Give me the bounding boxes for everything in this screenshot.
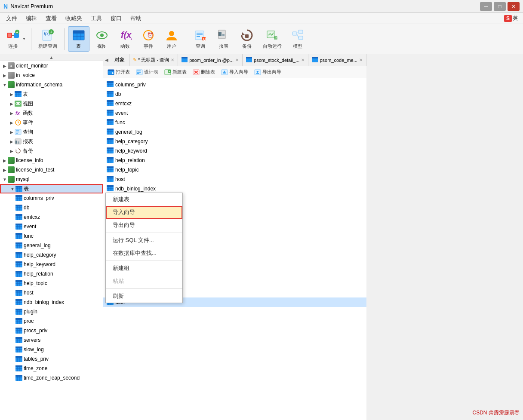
sidebar-item-emtcxz[interactable]: emtcxz [0, 212, 103, 222]
sidebar-item-db[interactable]: db [0, 203, 103, 212]
ctx-export-wizard[interactable]: 导出向导 [106, 219, 182, 232]
object-item-help_category[interactable]: help_category [103, 137, 366, 146]
toolbar-backup-btn[interactable]: 备份 [236, 27, 258, 51]
object-item-help_relation[interactable]: help_relation [103, 156, 366, 165]
menu-favorites[interactable]: 收藏夹 [61, 14, 86, 23]
menu-help[interactable]: 帮助 [126, 14, 146, 23]
action-import-wizard[interactable]: 导入向导 [218, 68, 251, 77]
sidebar-item-license-info-test[interactable]: ▶ license_info_test [0, 165, 103, 175]
obj-table-icon-emtcxz [107, 100, 114, 107]
sidebar-item-info-schema-funcs[interactable]: ▶ fx 函数 [0, 108, 103, 118]
sidebar-item-func[interactable]: func [0, 231, 103, 241]
menu-edit[interactable]: 编辑 [22, 14, 41, 23]
menu-view[interactable]: 查看 [41, 14, 61, 23]
close-btn[interactable]: ✕ [508, 2, 520, 11]
action-open-table[interactable]: 打开表 [105, 68, 132, 77]
sidebar-item-procs_priv[interactable]: procs_priv [0, 326, 103, 335]
object-item-emtcxz[interactable]: emtcxz [103, 99, 366, 108]
object-item-func[interactable]: func [103, 118, 366, 127]
close-psom-order-tab[interactable]: ✕ [235, 58, 239, 62]
object-item-db[interactable]: db [103, 89, 366, 99]
sidebar-item-help_keyword[interactable]: help_keyword [0, 260, 103, 269]
toolbar-autorun-btn[interactable]: ✓ 自动运行 [259, 27, 285, 51]
object-item-general_log[interactable]: general_log [103, 127, 366, 137]
toolbar-user-btn[interactable]: 用户 [161, 27, 182, 51]
sidebar-item-info-schema-views[interactable]: ▶ 视图 [0, 99, 103, 108]
sidebar: ▲ ▶ ● client_monitor ▶ in_voice ▼ [0, 54, 103, 420]
sidebar-item-plugin[interactable]: plugin [0, 307, 103, 316]
sidebar-item-help_category[interactable]: help_category [0, 250, 103, 260]
action-new-table[interactable]: + 新建表 [162, 68, 189, 77]
sidebar-item-help_relation[interactable]: help_relation [0, 269, 103, 279]
toolbar-query-btn[interactable]: Q 查询 [190, 27, 211, 51]
tab-objects[interactable]: 对象 [110, 54, 129, 66]
sidebar-item-servers[interactable]: servers [0, 335, 103, 345]
menu-file[interactable]: 文件 [2, 14, 22, 23]
toolbar-table-btn[interactable]: 表 [68, 26, 89, 52]
toolbar-view-btn[interactable]: 视图 [91, 27, 113, 51]
sidebar-item-client-monitor[interactable]: ▶ ● client_monitor [0, 61, 103, 71]
tab-psom-order[interactable]: psom_order_in @p... ✕ [178, 54, 243, 66]
sidebar-item-mysql-tables[interactable]: ▼ 表 [0, 184, 103, 193]
queries-icon-info [15, 129, 22, 135]
ctx-find-in-db[interactable]: 在数据库中查找... [106, 247, 182, 260]
sidebar-item-proc[interactable]: proc [0, 316, 103, 326]
sidebar-item-event[interactable]: event [0, 222, 103, 231]
titlebar-controls: ─ □ ✕ [480, 2, 520, 11]
sidebar-scroll-top[interactable]: ▲ [0, 54, 103, 61]
toolbar-event-btn[interactable]: ⏰ 事件 [138, 27, 159, 51]
menu-window[interactable]: 窗口 [106, 14, 126, 23]
maximize-btn[interactable]: □ [494, 2, 506, 11]
tab-psom-code[interactable]: psom_code_me... ✕ [308, 54, 366, 66]
sidebar-item-mysql[interactable]: ▼ mysql [0, 175, 103, 184]
sidebar-item-info-schema-events[interactable]: ▶ 事件 [0, 118, 103, 127]
sidebar-item-license-info[interactable]: ▶ license_info [0, 156, 103, 165]
close-psom-code-tab[interactable]: ✕ [359, 58, 363, 62]
sidebar-item-time_zone_leap_second[interactable]: time_zone_leap_second [0, 373, 103, 383]
ctx-new-table[interactable]: 新建表 [106, 193, 182, 206]
sidebar-item-ndb_binlog_index[interactable]: ndb_binlog_index [0, 297, 103, 307]
toolbar-report-btn[interactable]: 报表 [213, 27, 234, 51]
action-delete-table[interactable]: 删除表 [190, 68, 218, 77]
object-item-host[interactable]: host [103, 175, 366, 184]
close-query-tab[interactable]: ✕ [171, 58, 174, 62]
object-item-help_topic[interactable]: help_topic [103, 165, 366, 175]
connect-dropdown[interactable]: ▼ [22, 37, 27, 41]
object-item-event[interactable]: event [103, 108, 366, 118]
sidebar-item-time_zone[interactable]: time_zone [0, 364, 103, 373]
ctx-run-sql[interactable]: 运行 SQL 文件... [106, 234, 182, 247]
sidebar-item-info-schema-queries[interactable]: ▶ 查询 [0, 127, 103, 137]
sidebar-item-general_log[interactable]: general_log [0, 241, 103, 250]
sidebar-item-slow_log[interactable]: slow_log [0, 345, 103, 354]
close-psom-stock-tab[interactable]: ✕ [301, 58, 305, 62]
action-export-wizard[interactable]: 导出向导 [252, 68, 284, 77]
ctx-refresh[interactable]: 刷新 [106, 290, 182, 303]
sidebar-item-info-schema-reports[interactable]: ▶ 报表 [0, 137, 103, 146]
sidebar-item-info-schema-backups[interactable]: ▶ 备份 [0, 146, 103, 156]
sidebar-item-information-schema[interactable]: ▼ information_schema [0, 80, 103, 89]
sidebar-item-help_topic[interactable]: help_topic [0, 279, 103, 288]
object-item-ndb_binlog_index[interactable]: ndb_binlog_index [103, 184, 366, 193]
toolbar-func-btn[interactable]: f(x) 函数 [114, 27, 136, 51]
sidebar-label-emtcxz: emtcxz [24, 214, 40, 220]
action-design-table[interactable]: 设计表 [133, 68, 161, 77]
toolbar-connect-btn[interactable]: + 连接 ▼ [3, 26, 28, 52]
sidebar-item-columns_priv[interactable]: columns_priv [0, 193, 103, 203]
ctx-new-group[interactable]: 新建组 [106, 262, 182, 275]
sidebar-item-tables_priv[interactable]: tables_priv [0, 354, 103, 364]
tab-psom-stock[interactable]: psom_stock_detail_... ✕ [243, 54, 308, 66]
delete-table-label: 删除表 [201, 69, 215, 75]
tab-scroll-left[interactable]: ◀ [103, 58, 110, 62]
menu-tools[interactable]: 工具 [86, 14, 106, 23]
object-item-columns_priv[interactable]: columns_priv [103, 80, 366, 89]
object-item-help_keyword[interactable]: help_keyword [103, 146, 366, 156]
toolbar-model-btn[interactable]: 模型 [287, 27, 308, 51]
sidebar-item-in-voice[interactable]: ▶ in_voice [0, 71, 103, 80]
ctx-import-wizard[interactable]: 导入向导 [106, 206, 182, 219]
sidebar-item-host[interactable]: host [0, 288, 103, 297]
sidebar-item-info-schema-tables[interactable]: ▶ 表 [0, 89, 103, 99]
toolbar-newquery-btn[interactable]: f(x) + 新建查询 [35, 27, 61, 51]
view-label: 视图 [97, 43, 107, 49]
tab-query[interactable]: ✎ * 无标题 - 查询 ✕ [129, 54, 178, 66]
minimize-btn[interactable]: ─ [480, 2, 492, 11]
